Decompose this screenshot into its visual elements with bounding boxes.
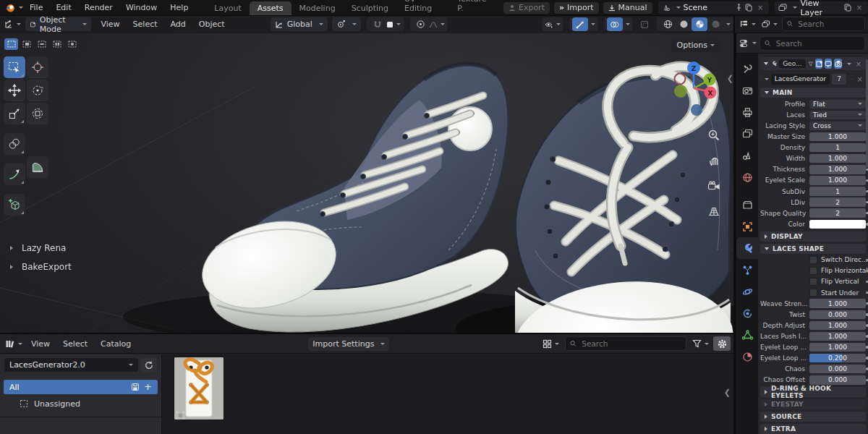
select-lasso-tool[interactable] [4,133,25,155]
collection-item[interactable]: Lazy Rena [10,239,72,258]
show-object-types-button[interactable] [545,17,561,31]
color-swatch[interactable] [809,220,866,229]
editor-type-button[interactable] [4,20,21,29]
wireframe-shading-button[interactable] [660,17,676,31]
dropdown-field[interactable]: Flat [809,100,866,109]
tab-tool[interactable] [736,58,758,80]
number-field[interactable]: 1.000 [809,343,866,352]
tab-output[interactable] [736,101,758,123]
measure-tool[interactable] [27,156,48,178]
falloff-curve-icon[interactable] [429,17,445,31]
number-field[interactable]: 1.000 [809,299,866,308]
show-overlays-button[interactable] [607,17,623,31]
edit-mode-toggle[interactable] [815,59,822,69]
number-field[interactable]: 1 [809,143,866,153]
users-count-button[interactable]: 7 [832,74,846,85]
checkbox[interactable] [809,278,817,286]
tab-constraints[interactable] [736,302,758,324]
manual-button[interactable]: Manual [603,2,652,14]
object-mode-dropdown[interactable]: Object Mode [25,17,91,31]
workspace-tab[interactable]: UV Editing [396,0,449,15]
add-catalog-icon[interactable]: + [144,383,152,391]
tab-scene[interactable] [736,145,758,166]
tab-object[interactable] [736,216,758,237]
snap-magnet-icon[interactable] [370,17,386,31]
asset-search-input[interactable] [580,339,681,349]
modifier-extras-chevron-icon[interactable] [847,63,851,65]
proportional-editing-icon[interactable] [413,17,429,31]
new-view-layer-icon[interactable] [844,4,851,12]
unlink-node-group-icon[interactable]: × [855,75,865,83]
tab-material[interactable] [736,346,758,367]
number-field[interactable]: 1.000 [809,332,866,341]
collapsed-section-header[interactable]: EXTRA [760,424,866,434]
checkbox-field[interactable]: Flip Horizontal [809,267,866,275]
topbar-menu-item[interactable]: Window [119,3,163,12]
checkbox-field[interactable]: Start Under [809,289,866,297]
options-button[interactable]: Options [671,38,720,52]
number-field[interactable]: 1.000 [809,165,866,174]
outliner-filter-button[interactable] [760,20,779,28]
dropdown-field[interactable]: Cross [809,122,866,131]
select-mode-subtract-button[interactable] [35,38,48,50]
checkbox[interactable] [809,289,817,297]
tab-modifiers[interactable] [736,237,758,259]
camera-view-button[interactable] [705,176,723,195]
import-settings-dropdown[interactable]: Import Settings [308,337,389,351]
realtime-toggle[interactable] [825,59,832,69]
navigation-gizmo[interactable]: Z Y X [670,59,718,119]
select-mode-extend-button[interactable] [20,38,33,50]
properties-editor-button[interactable] [739,39,757,48]
tab-world[interactable] [736,166,758,188]
save-icon[interactable] [131,383,140,391]
asset-sidebar-collapse-arrow[interactable]: ❮ [724,388,731,397]
asset-menu-item[interactable]: View [25,339,56,349]
number-field[interactable]: 1.000 [809,176,866,185]
number-field[interactable]: 1.000 [809,154,866,163]
number-field[interactable]: 1 [809,187,866,196]
asset-search[interactable] [565,336,686,351]
viewport-menu-item[interactable]: Add [164,20,192,29]
workspace-tab[interactable]: Sculpting [344,1,396,15]
select-mode-invert-button[interactable] [50,38,64,50]
toggle-perspective-button[interactable] [705,202,723,221]
filter-funnel-icon[interactable] [808,60,813,68]
snap-target-button[interactable] [386,17,401,31]
refresh-library-button[interactable] [141,358,157,372]
tab-object-data[interactable] [736,324,758,346]
show-gizmo-button[interactable] [572,17,588,31]
asset-editor-button[interactable] [3,339,25,349]
number-field[interactable]: 0.200 [809,354,866,363]
number-field[interactable]: 0.000 [809,375,866,385]
tab-render[interactable] [736,80,758,101]
viewport-3d[interactable]: Lazy Rena BakeExport CROSS & STRAIGHT BA… [0,33,733,333]
gizmo-chevron-icon[interactable] [591,23,595,25]
asset-library-dropdown[interactable]: LacesGenerator2.0 [4,358,138,372]
import-button[interactable]: » Import [554,2,599,14]
add-cube-tool[interactable] [4,194,25,216]
topbar-menu-item[interactable]: Render [78,3,119,12]
filter-button[interactable] [692,339,709,348]
pivot-point-dropdown[interactable] [332,17,361,31]
remove-view-layer-icon[interactable]: × [854,4,864,12]
section-laces-shape[interactable]: LACES SHAPE [760,244,866,254]
number-field[interactable]: 2 [809,197,866,207]
catalog-unassigned-row[interactable]: Unassigned [4,396,158,411]
workspace-tab[interactable]: Modeling [292,1,344,15]
workspace-tab[interactable]: Assets [250,1,292,15]
collapsed-section-header[interactable]: D-RING & HOOK EYELETS [760,387,866,397]
rendered-shading-button[interactable] [707,17,723,31]
catalog-all-row[interactable]: All + [4,380,158,394]
asset-menu-item[interactable]: Select [56,339,94,349]
fake-user-shield-icon[interactable] [848,75,849,83]
number-field[interactable]: 0.000 [809,365,866,374]
workspace-tab[interactable]: Texture P. [449,0,499,15]
topbar-menu-item[interactable]: Edit [49,3,77,12]
select-box-tool[interactable] [4,56,25,78]
new-copy-icon[interactable] [745,4,752,12]
properties-search-input[interactable] [775,38,860,48]
render-toggle[interactable] [834,59,841,69]
number-field[interactable]: 0.000 [809,310,866,320]
tab-physics[interactable] [736,281,758,302]
checkbox-field[interactable]: Flip Vertical [809,278,866,286]
